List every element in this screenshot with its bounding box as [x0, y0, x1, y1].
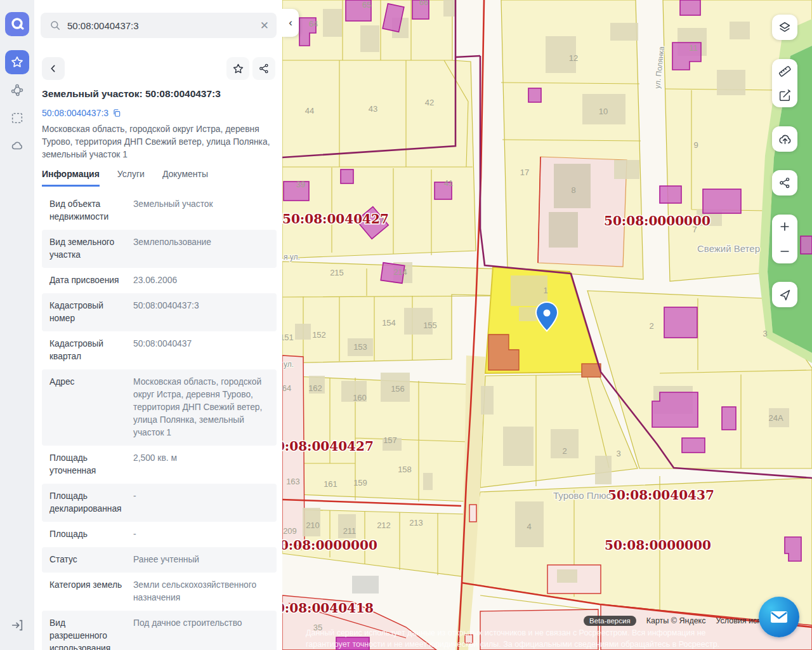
info-row-label: Площадь [49, 528, 124, 541]
info-row-value: Земли сельскохозяйственного назначения [133, 579, 272, 604]
info-row-label: Кадастровый номер [49, 300, 124, 325]
map-canvas[interactable]: 6465664443423940411210119178721521415115… [282, 0, 812, 650]
quarter-lbl: 50:08:0040418 [282, 600, 374, 616]
parcel-num: 212 [377, 521, 391, 530]
app-logo-icon[interactable] [5, 12, 29, 36]
measure-edit-group [772, 59, 797, 107]
info-row: Вид разрешенного использованияПод дачное… [42, 611, 277, 650]
quarter-lbl: 50:08:0000000 [604, 213, 710, 229]
info-row-value: 50:08:0040437:3 [133, 300, 272, 325]
close-icon[interactable]: ✕ [260, 20, 269, 31]
parcel-num: 154 [382, 318, 396, 328]
parcel-num: 9 [693, 140, 698, 150]
zoom-out-icon[interactable] [778, 245, 791, 258]
parcel-num: 10 [599, 107, 608, 116]
parcel-num: 152 [312, 330, 326, 340]
sidebar-item-select-area[interactable] [5, 106, 29, 130]
cadastral-number-link[interactable]: 50:08:0040437:3 [42, 108, 121, 118]
parcel-num: 66 [419, 0, 428, 7]
map-share-button[interactable] [772, 170, 797, 196]
parcel-num: 41 [444, 178, 453, 188]
parcel-num: 11 [689, 43, 698, 53]
tab-information[interactable]: Информация [42, 169, 100, 187]
layers-button[interactable] [772, 15, 797, 40]
info-row-value: Под дачное строительство [133, 617, 272, 650]
parcel-num: 8 [571, 185, 575, 195]
parcel-num: 43 [369, 104, 377, 114]
search-bar[interactable]: ✕ [41, 13, 277, 38]
info-row: Категория земельЗемли сельскохозяйственн… [42, 573, 277, 611]
share-icon [778, 176, 791, 189]
share-button[interactable] [252, 57, 275, 80]
parcel-num: 215 [330, 268, 344, 277]
share-icon [258, 63, 270, 74]
parcel-num: 160 [353, 393, 367, 402]
map-copyright[interactable]: Карты © Яндекс [646, 616, 706, 625]
parcel-num: 157 [383, 435, 397, 445]
parcel-num: 156 [391, 384, 405, 394]
back-button[interactable] [42, 57, 65, 80]
locate-icon [778, 288, 792, 302]
quarter-lbl: 50:08:0000000 [605, 538, 711, 553]
parcel-num: 44 [305, 106, 314, 116]
info-row-label: Адрес [49, 376, 124, 439]
locate-button[interactable] [772, 282, 797, 307]
parcel-num: 211 [343, 526, 357, 536]
search-input[interactable] [66, 20, 260, 32]
info-row: Вид земельного участкаЗемлепользование [42, 230, 277, 268]
info-row: Вид объекта недвижимостиЗемельный участо… [42, 192, 277, 230]
info-row: Кадастровый номер50:08:0040437:3 [42, 293, 277, 331]
beta-badge: Beta-версия [584, 616, 636, 626]
ruler-icon[interactable] [778, 64, 792, 78]
info-table: Вид объекта недвижимостиЗемельный участо… [42, 192, 277, 650]
copy-icon[interactable] [112, 109, 121, 117]
tab-services[interactable]: Услуги [117, 169, 145, 187]
logout-icon[interactable] [5, 613, 29, 637]
sidebar-item-objects[interactable] [5, 78, 29, 102]
parcel-num: 64 [309, 19, 318, 29]
parcel-num: 1 [543, 286, 547, 295]
parcel-num: 65 [362, 0, 371, 10]
favorite-button[interactable] [226, 57, 249, 80]
info-row-value: Землепользование [133, 236, 272, 262]
info-row: Дата присвоения23.06.2006 [42, 268, 277, 293]
layers-icon [778, 20, 792, 34]
info-row: Площадь декларированная- [42, 484, 277, 522]
info-row: АдресМосковская область, городской округ… [42, 369, 277, 446]
parcel-num: 155 [423, 321, 437, 330]
info-row-value: Ранее учтенный [133, 554, 272, 566]
parcel-num: 161 [324, 479, 337, 489]
parcel-num: 209 [283, 526, 297, 536]
tab-documents[interactable]: Документы [162, 169, 208, 187]
parcel-num: 213 [409, 518, 423, 527]
info-row-label: Площадь уточненная [49, 452, 124, 477]
parcel-num: 153 [353, 342, 367, 352]
zoom-in-icon[interactable] [778, 220, 791, 233]
parcel-num: 163 [286, 477, 300, 486]
quarter-lbl: 50:08:0000000 [282, 538, 377, 553]
parcel-num: 17 [520, 168, 529, 177]
sidebar-item-layers-cloud[interactable] [5, 134, 29, 158]
info-row-value: Московская область, городской округ Истр… [133, 376, 272, 439]
upload-button[interactable] [772, 126, 797, 152]
map-disclaimer: Данный сервис использует данные из откры… [306, 627, 750, 650]
parcel-num: 39 [296, 180, 305, 189]
sidebar-item-favorites[interactable] [5, 50, 29, 74]
info-row: Площадь- [42, 522, 277, 547]
street-lbl: я ул. [284, 253, 300, 262]
object-address: Московская область, городской округ Истр… [42, 123, 275, 161]
info-row-value: - [133, 528, 272, 541]
quarter-lbl: 50:08:0040427 [282, 439, 374, 454]
place-lbl: Турово Плюс [553, 490, 611, 501]
search-icon [49, 20, 61, 31]
envelope-icon [768, 606, 790, 628]
parcel-num: 2 [562, 446, 566, 456]
chat-button[interactable] [759, 597, 799, 637]
star-icon [232, 63, 244, 75]
panel-collapse-button[interactable]: ‹ [282, 9, 299, 37]
info-row-label: Категория земель [49, 579, 124, 604]
parcel-num: 12 [569, 53, 578, 63]
street-lbl: ул. [284, 360, 294, 369]
edit-icon[interactable] [778, 88, 792, 102]
parcel-num: 162 [308, 383, 322, 393]
